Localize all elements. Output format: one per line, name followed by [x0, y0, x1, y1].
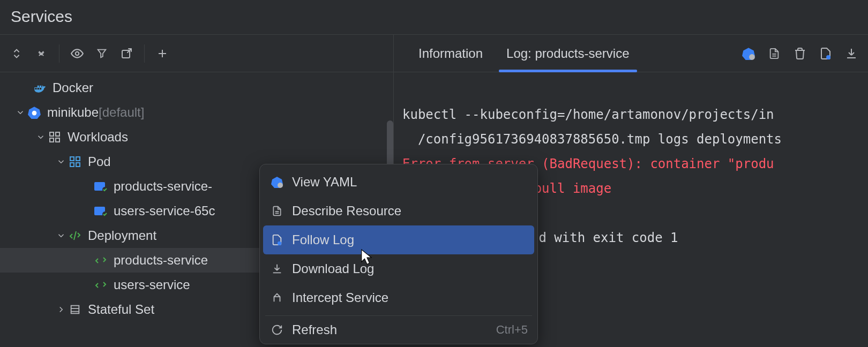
tree-label: users-service-65c — [114, 203, 215, 218]
document-icon[interactable] — [763, 42, 785, 65]
intercept-icon — [270, 290, 285, 305]
menu-label: Describe Resource — [292, 203, 401, 218]
chevron-right-icon — [55, 303, 68, 316]
svg-rect-16 — [71, 306, 79, 314]
deployment-icon — [93, 277, 108, 292]
svg-rect-7 — [56, 138, 59, 142]
svg-rect-11 — [76, 163, 80, 167]
tree-toolbar — [0, 35, 393, 72]
svg-point-22 — [278, 242, 281, 245]
kubernetes-icon — [27, 105, 42, 120]
tree-label: minikube — [47, 105, 99, 120]
svg-rect-10 — [70, 163, 74, 167]
tab-log[interactable]: Log: products-service — [495, 35, 641, 72]
pod-icon — [93, 179, 108, 194]
deployment-group-icon — [68, 228, 83, 243]
tree-suffix: [default] — [99, 105, 144, 120]
menu-label: Follow Log — [292, 232, 354, 247]
chevron-down-icon — [55, 229, 68, 242]
filter-icon[interactable] — [91, 42, 113, 65]
menu-refresh[interactable]: Refresh Ctrl+5 — [263, 319, 534, 341]
tree-label: products-service- — [114, 179, 212, 194]
tree-label: Stateful Set — [88, 302, 154, 317]
tree-node-workloads[interactable]: Workloads — [0, 125, 393, 149]
menu-intercept-service[interactable]: Intercept Service — [263, 283, 534, 312]
chevron-down-icon — [14, 106, 27, 119]
panel-title: Services — [0, 0, 868, 34]
svg-point-3 — [32, 111, 37, 116]
tree-label: Pod — [88, 154, 111, 169]
menu-label: Refresh — [292, 322, 337, 337]
svg-rect-5 — [56, 132, 59, 136]
menu-label: View YAML — [292, 175, 357, 190]
menu-follow-log[interactable]: Follow Log — [263, 225, 534, 254]
refresh-icon — [270, 322, 285, 337]
open-new-icon[interactable] — [115, 42, 138, 65]
menu-describe-resource[interactable]: Describe Resource — [263, 197, 534, 225]
close-icon[interactable] — [30, 42, 53, 65]
svg-rect-8 — [70, 157, 74, 161]
svg-point-19 — [826, 55, 830, 59]
tree-label: users-service — [114, 277, 190, 292]
tab-actions — [737, 35, 868, 72]
svg-rect-4 — [50, 132, 54, 136]
tree-label: Deployment — [88, 228, 156, 243]
docker-icon — [32, 80, 47, 95]
pod-group-icon — [68, 154, 83, 169]
svg-rect-9 — [76, 157, 80, 161]
menu-separator — [265, 315, 532, 316]
svg-point-18 — [749, 54, 755, 60]
add-icon[interactable] — [151, 42, 174, 65]
tree-node-minikube[interactable]: minikube [default] — [0, 100, 393, 125]
tree-label: products-service — [114, 253, 208, 268]
log-settings-icon[interactable] — [814, 42, 837, 65]
log-icon — [270, 232, 285, 247]
tree-label: Workloads — [68, 130, 128, 145]
tree-node-docker[interactable]: Docker — [0, 76, 393, 100]
detail-tabs: Information Log: products-service — [394, 35, 868, 72]
svg-point-21 — [278, 183, 283, 188]
kubernetes-settings-icon[interactable] — [737, 42, 760, 65]
context-menu: View YAML Describe Resource Follow Log D… — [259, 164, 538, 344]
expand-collapse-icon[interactable] — [5, 42, 28, 65]
show-icon[interactable] — [66, 42, 88, 65]
document-icon — [270, 203, 285, 218]
chevron-down-icon — [55, 155, 68, 168]
kubernetes-icon — [270, 175, 285, 190]
menu-shortcut: Ctrl+5 — [496, 323, 528, 337]
chevron-down-icon — [34, 131, 47, 144]
svg-point-0 — [76, 51, 79, 55]
tab-information[interactable]: Information — [407, 35, 495, 72]
statefulset-icon — [68, 302, 83, 317]
console-line: /config9561736940837885650.tmp logs depl… — [402, 132, 782, 147]
mouse-cursor-icon — [360, 249, 374, 269]
delete-icon[interactable] — [789, 42, 811, 65]
download-icon[interactable] — [840, 42, 863, 65]
pod-icon — [93, 203, 108, 218]
menu-download-log[interactable]: Download Log — [263, 254, 534, 283]
menu-view-yaml[interactable]: View YAML — [263, 168, 534, 197]
menu-label: Intercept Service — [292, 290, 388, 305]
tree-label: Docker — [53, 80, 93, 95]
download-icon — [270, 261, 285, 276]
deployment-icon — [93, 253, 108, 268]
console-line: kubectl --kubeconfig=/home/artamonov/pro… — [402, 107, 774, 122]
svg-rect-6 — [50, 138, 54, 142]
grid-icon — [47, 130, 62, 145]
